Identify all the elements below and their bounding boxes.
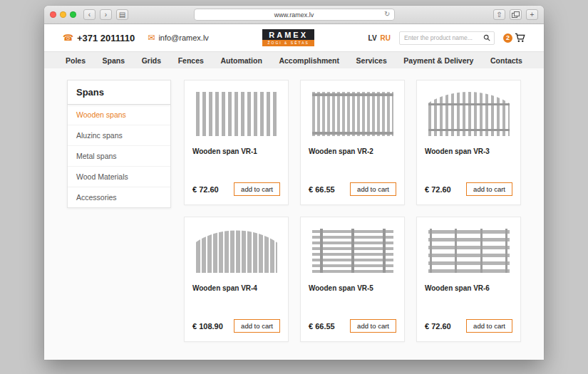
product-price: € 66.55: [309, 185, 335, 194]
nav-item-accomplishment[interactable]: Accomplishment: [279, 56, 339, 65]
product-name[interactable]: Wooden span VR-3: [425, 147, 512, 155]
nav-item-services[interactable]: Services: [356, 56, 387, 65]
product-name[interactable]: Wooden span VR-6: [425, 284, 512, 292]
add-to-cart-button[interactable]: add to cart: [234, 319, 280, 333]
lang-ru[interactable]: RU: [381, 34, 391, 42]
back-button[interactable]: ‹: [83, 9, 96, 20]
forward-button[interactable]: ›: [100, 9, 112, 20]
product-image-link[interactable]: [192, 226, 280, 276]
share-icon[interactable]: ⇧: [493, 9, 505, 20]
tab-overview-icon[interactable]: [510, 9, 522, 20]
minimize-window-button[interactable]: [60, 11, 66, 18]
cart-button[interactable]: 2: [503, 33, 525, 43]
zoom-window-button[interactable]: [70, 11, 76, 18]
product-price: € 66.55: [309, 322, 335, 331]
sidebar-toggle-icon[interactable]: ▤: [116, 9, 128, 20]
tabs-icon: [512, 11, 520, 18]
nav-item-grids[interactable]: Grids: [142, 56, 161, 65]
product-image: [312, 229, 393, 273]
category-sidebar: Spans Wooden spans Aluzinc spans Metal s…: [67, 80, 171, 208]
ramex-logo[interactable]: RAMEX ŽOGI & SĒTAS: [262, 29, 314, 46]
email-contact[interactable]: ✉ info@ramex.lv: [148, 33, 209, 43]
product-card: Wooden span VR-5 € 66.55 add to cart: [300, 217, 405, 342]
window-controls: [50, 11, 76, 18]
product-image-link[interactable]: [425, 89, 512, 139]
logo-title: RAMEX: [262, 29, 314, 40]
product-image-link[interactable]: [309, 226, 396, 276]
product-grid: Wooden span VR-1 € 72.60 add to cart Woo…: [184, 80, 522, 342]
search-icon[interactable]: [483, 34, 490, 41]
product-price: € 108.90: [192, 322, 223, 331]
product-image-link[interactable]: [192, 89, 280, 139]
webpage: ☎ +371 2011110 ✉ info@ramex.lv RAMEX ŽOG…: [44, 24, 544, 360]
nav-item-spans[interactable]: Spans: [103, 56, 125, 65]
product-image: [196, 92, 277, 136]
email-address: info@ramex.lv: [158, 33, 208, 42]
nav-item-fences[interactable]: Fences: [178, 56, 204, 65]
phone-number: +371 2011110: [77, 33, 135, 43]
add-to-cart-button[interactable]: add to cart: [350, 319, 396, 333]
browser-window: ‹ › ▤ www.ramex.lv ↻ ⇧ + ☎ +371 2011110 …: [44, 6, 544, 360]
add-to-cart-button[interactable]: add to cart: [466, 319, 512, 333]
add-to-cart-button[interactable]: add to cart: [466, 182, 512, 196]
product-image: [428, 92, 510, 136]
product-price: € 72.60: [425, 185, 451, 194]
nav-item-payment-delivery[interactable]: Payment & Delivery: [403, 56, 473, 65]
nav-item-contacts[interactable]: Contacts: [490, 56, 522, 65]
product-card: Wooden span VR-1 € 72.60 add to cart: [184, 80, 289, 205]
cart-icon: [515, 33, 525, 43]
add-to-cart-button[interactable]: add to cart: [350, 182, 396, 196]
product-image: [428, 229, 510, 273]
nav-item-poles[interactable]: Poles: [66, 56, 86, 65]
product-card: Wooden span VR-4 € 108.90 add to cart: [184, 217, 289, 342]
main-nav: Poles Spans Grids Fences Automation Acco…: [44, 51, 544, 68]
sidebar-item-aluzinc-spans[interactable]: Aluzinc spans: [68, 125, 170, 146]
product-card: Wooden span VR-3 € 72.60 add to cart: [416, 80, 521, 205]
sidebar-item-wood-materials[interactable]: Wood Materials: [68, 167, 170, 187]
email-icon: ✉: [148, 33, 155, 43]
browser-chrome: ‹ › ▤ www.ramex.lv ↻ ⇧ +: [44, 6, 544, 24]
sidebar-item-wooden-spans[interactable]: Wooden spans: [68, 105, 170, 125]
search-input[interactable]: [404, 34, 483, 41]
cart-count-badge: 2: [503, 33, 512, 43]
main-content: Spans Wooden spans Aluzinc spans Metal s…: [44, 68, 544, 360]
product-price: € 72.60: [425, 322, 451, 331]
address-bar[interactable]: www.ramex.lv ↻: [194, 9, 395, 21]
product-card: Wooden span VR-6 € 72.60 add to cart: [416, 217, 521, 342]
product-name[interactable]: Wooden span VR-5: [309, 284, 396, 292]
chrome-right-buttons: ⇧ +: [493, 9, 538, 20]
product-image-link[interactable]: [309, 89, 396, 139]
product-name[interactable]: Wooden span VR-4: [192, 284, 280, 292]
product-image: [312, 92, 393, 136]
lang-lv[interactable]: LV: [368, 34, 377, 42]
product-image-link[interactable]: [425, 226, 512, 276]
close-window-button[interactable]: [50, 11, 56, 18]
phone-icon: ☎: [63, 33, 73, 43]
product-card: Wooden span VR-2 € 66.55 add to cart: [300, 80, 405, 205]
url-text: www.ramex.lv: [274, 11, 314, 19]
nav-item-automation[interactable]: Automation: [220, 56, 262, 65]
add-to-cart-button[interactable]: add to cart: [234, 182, 280, 196]
phone-contact[interactable]: ☎ +371 2011110: [63, 33, 135, 43]
new-tab-button[interactable]: +: [526, 9, 538, 20]
product-name[interactable]: Wooden span VR-2: [309, 147, 396, 155]
sidebar-item-accessories[interactable]: Accessories: [68, 187, 170, 207]
sidebar-item-metal-spans[interactable]: Metal spans: [68, 146, 170, 167]
refresh-icon[interactable]: ↻: [384, 10, 390, 18]
product-search: [399, 31, 495, 45]
site-header: ☎ +371 2011110 ✉ info@ramex.lv RAMEX ŽOG…: [44, 24, 544, 51]
logo-subtitle: ŽOGI & SĒTAS: [262, 40, 314, 46]
language-switcher: LV RU: [368, 34, 391, 42]
product-image: [196, 229, 277, 273]
product-name[interactable]: Wooden span VR-1: [192, 147, 280, 155]
sidebar-title: Spans: [68, 80, 170, 105]
product-price: € 72.60: [192, 185, 219, 194]
